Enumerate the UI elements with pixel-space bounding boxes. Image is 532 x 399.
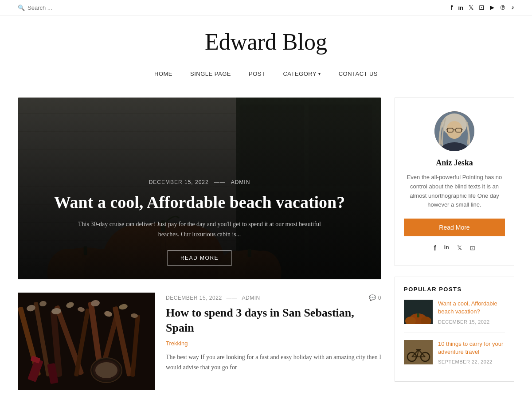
hero-post: DECEMBER 15, 2022 —— ADMIN Want a cool, … xyxy=(18,98,381,279)
search-input[interactable] xyxy=(27,4,81,11)
site-header: Edward Blog xyxy=(0,16,532,64)
hero-title: Want a cool, Affordable beach vacation? xyxy=(54,192,345,213)
popular-post-info-2: 10 things to carry for your adventure tr… xyxy=(438,340,505,365)
author-name: Aniz Jeska xyxy=(404,158,505,168)
popular-post-info-1: Want a cool, Affordable beach vacation? … xyxy=(438,300,505,325)
author-twitter-icon[interactable]: 𝕏 xyxy=(457,244,462,252)
main-nav: HOME SINGLE PAGE POST CATEGORY ▾ CONTACT… xyxy=(154,70,378,77)
author-social: f in 𝕏 ⊡ xyxy=(404,244,505,252)
linkedin-icon[interactable]: in xyxy=(458,4,463,11)
author-facebook-icon[interactable]: f xyxy=(434,244,436,252)
avatar-image xyxy=(434,111,474,151)
post-card-body: DECEMBER 15, 2022 —— ADMIN 💬 0 How to sp… xyxy=(166,293,381,390)
post-comments: 💬 0 xyxy=(369,294,381,301)
thumb-bike-image xyxy=(404,340,433,364)
facebook-icon[interactable]: f xyxy=(451,4,453,11)
nav-home[interactable]: HOME xyxy=(154,70,172,77)
post-author: ADMIN xyxy=(242,295,260,301)
search-icon xyxy=(18,4,25,11)
hero-excerpt: This 30-day cruise can deliver! Just pay… xyxy=(71,219,328,239)
site-title: Edward Blog xyxy=(9,29,523,55)
tiktok-icon[interactable]: ♪ xyxy=(511,4,514,11)
svg-rect-81 xyxy=(404,340,433,364)
hero-content: DECEMBER 15, 2022 —— ADMIN Want a cool, … xyxy=(18,98,381,279)
nav-single-page[interactable]: SINGLE PAGE xyxy=(190,70,231,77)
popular-post-item: Want a cool, Affordable beach vacation? … xyxy=(404,300,505,332)
author-instagram-icon[interactable]: ⊡ xyxy=(470,244,475,252)
hero-date: DECEMBER 15, 2022 xyxy=(149,179,209,185)
brushes-image xyxy=(18,293,155,390)
top-bar: f in 𝕏 ⊡ ▶ ℗ ♪ xyxy=(0,0,532,16)
author-linkedin-icon[interactable]: in xyxy=(444,244,449,252)
nav-category-dropdown[interactable]: CATEGORY ▾ xyxy=(283,70,321,77)
post-card: DECEMBER 15, 2022 —— ADMIN 💬 0 How to sp… xyxy=(18,293,381,390)
main-content: DECEMBER 15, 2022 —— ADMIN Want a cool, … xyxy=(18,98,381,399)
popular-posts-card: POPULAR POSTS xyxy=(395,277,514,382)
hero-divider: —— xyxy=(214,179,226,185)
popular-post-link-1[interactable]: Want a cool, Affordable beach vacation? xyxy=(438,300,505,316)
popular-post-item-2: 10 things to carry for your adventure tr… xyxy=(404,340,505,372)
svg-rect-71 xyxy=(404,300,433,324)
post-card-title: How to spend 3 days in San Sebastian, Sp… xyxy=(166,305,381,336)
author-avatar xyxy=(434,111,474,151)
post-date: DECEMBER 15, 2022 xyxy=(166,295,222,301)
hero-meta: DECEMBER 15, 2022 —— ADMIN xyxy=(149,179,250,185)
search-bar[interactable] xyxy=(18,4,81,11)
author-read-more-button[interactable]: Read More xyxy=(404,219,505,236)
popular-posts-title: POPULAR POSTS xyxy=(404,286,505,293)
comment-icon: 💬 xyxy=(369,294,376,301)
instagram-icon[interactable]: ⊡ xyxy=(479,4,485,12)
post-excerpt: The best way If you are looking for a fa… xyxy=(166,352,381,373)
svg-rect-55 xyxy=(18,293,155,390)
chevron-down-icon: ▾ xyxy=(318,71,321,76)
author-bio: Even the all-powerful Pointing has no co… xyxy=(404,173,505,210)
popular-post-date-2: SEPTEMBER 22, 2022 xyxy=(438,359,493,364)
youtube-icon[interactable]: ▶ xyxy=(490,4,494,11)
main-container: DECEMBER 15, 2022 —— ADMIN Want a cool, … xyxy=(0,84,532,399)
hero-author: ADMIN xyxy=(231,179,250,185)
nav-post[interactable]: POST xyxy=(249,70,265,77)
pinterest-icon[interactable]: ℗ xyxy=(500,4,506,12)
popular-post-thumb-2 xyxy=(404,340,433,364)
comment-count: 0 xyxy=(378,295,381,301)
nav-contact[interactable]: CONTACT US xyxy=(339,70,378,77)
post-card-meta: DECEMBER 15, 2022 —— ADMIN 💬 0 xyxy=(166,294,381,301)
sidebar: Aniz Jeska Even the all-powerful Pointin… xyxy=(395,98,514,399)
hero-read-more-button[interactable]: READ MORE xyxy=(168,250,231,266)
post-card-image xyxy=(18,293,155,390)
popular-post-date-1: DECEMBER 15, 2022 xyxy=(438,319,490,325)
twitter-icon[interactable]: 𝕏 xyxy=(469,4,473,12)
post-category[interactable]: Trekking xyxy=(166,340,381,347)
social-icons-bar: f in 𝕏 ⊡ ▶ ℗ ♪ xyxy=(451,4,514,12)
popular-post-thumb-1 xyxy=(404,300,433,324)
meta-divider: —— xyxy=(227,295,238,301)
nav-bar: HOME SINGLE PAGE POST CATEGORY ▾ CONTACT… xyxy=(0,64,532,84)
thumb-pumpkins-image xyxy=(404,300,433,324)
nav-category[interactable]: CATEGORY ▾ xyxy=(283,70,321,77)
popular-post-link-2[interactable]: 10 things to carry for your adventure tr… xyxy=(438,340,505,356)
author-card: Aniz Jeska Even the all-powerful Pointin… xyxy=(395,98,514,266)
